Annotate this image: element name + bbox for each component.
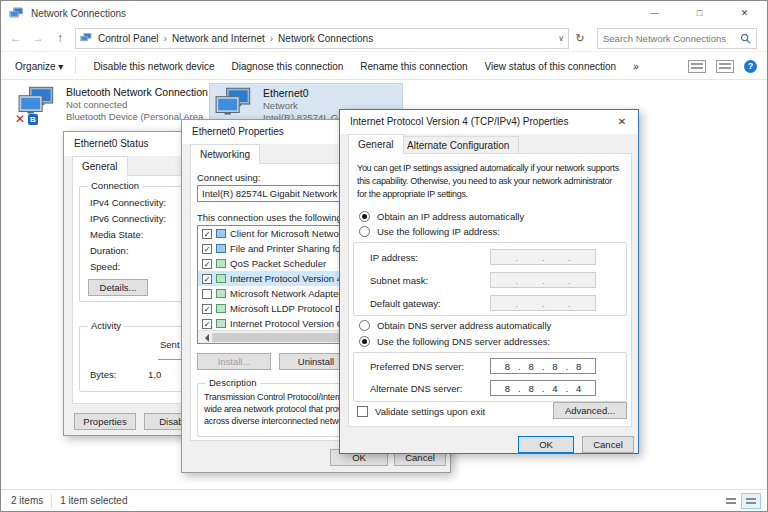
refresh-icon[interactable]: ↻ xyxy=(569,32,591,45)
search-icon[interactable] xyxy=(740,33,751,44)
checkbox[interactable] xyxy=(202,289,212,299)
tab-page: You can get IP settings assigned automat… xyxy=(348,153,632,427)
radio-obtain-ip[interactable] xyxy=(359,211,370,222)
connection-name: Ethernet0 xyxy=(263,87,364,99)
forward-icon[interactable]: → xyxy=(27,31,49,45)
location-icon xyxy=(80,33,93,43)
preferred-dns-label: Preferred DNS server: xyxy=(370,361,464,372)
tab-general[interactable]: General xyxy=(72,156,128,176)
tab-alternate-configuration[interactable]: Alternate Configuration xyxy=(397,136,519,154)
item-icon xyxy=(216,274,226,283)
view-toggle-icon[interactable] xyxy=(688,60,706,73)
up-icon[interactable]: ↑ xyxy=(49,31,71,45)
close-button[interactable]: ✕ xyxy=(722,1,767,25)
connection-status: Not connected xyxy=(66,99,214,111)
dialog-title: Internet Protocol Version 4 (TCP/IPv4) P… xyxy=(340,110,638,134)
connection-name: Bluetooth Network Connection xyxy=(66,86,214,98)
preview-pane-icon[interactable] xyxy=(716,60,734,73)
checkbox[interactable]: ✓ xyxy=(202,319,212,329)
breadcrumb[interactable]: Control Panel › Network and Internet › N… xyxy=(75,28,569,49)
tab-general[interactable]: General xyxy=(348,134,404,154)
subnet-mask-field[interactable]: . . . xyxy=(490,272,596,288)
ok-button[interactable]: OK xyxy=(518,436,574,453)
scroll-left-icon[interactable] xyxy=(198,332,211,343)
command-bar: Organize ▾ Disable this network device D… xyxy=(1,53,767,80)
bytes-sent-value: 1,0 xyxy=(148,369,161,380)
view-status-button[interactable]: View status of this connection xyxy=(485,61,617,72)
intro-line: for the appropriate IP settings. xyxy=(357,188,468,201)
tile-text: Bluetooth Network Connection Not connect… xyxy=(66,86,214,123)
bluetooth-icon: B xyxy=(28,114,38,125)
ip-fields-groupbox: IP address: . . . Subnet mask: . . . Def… xyxy=(353,242,627,316)
ipv4-connectivity-label: IPv4 Connectivity: xyxy=(90,197,166,208)
radio-obtain-ip-label: Obtain an IP address automatically xyxy=(377,211,524,222)
default-gateway-field[interactable]: . . . xyxy=(490,295,596,311)
radio-use-ip[interactable] xyxy=(359,226,370,237)
media-state-label: Media State: xyxy=(90,229,143,240)
connection-bluetooth[interactable]: ✕ B Bluetooth Network Connection Not con… xyxy=(13,83,207,135)
description-line: Transmission Control Protocol/Internet xyxy=(204,391,350,403)
bytes-label: Bytes: xyxy=(90,369,116,380)
icons-view-icon[interactable] xyxy=(741,493,761,509)
bluetooth-adapter-icon: ✕ B xyxy=(17,86,59,122)
cancel-button[interactable]: Cancel xyxy=(582,436,634,453)
search-input[interactable]: Search Network Connections xyxy=(597,28,757,49)
preferred-dns-field[interactable]: 8 . 8 . 8 . 8 xyxy=(490,358,596,374)
item-label: QoS Packet Scheduler xyxy=(230,258,326,269)
disable-device-button[interactable]: Disable this network device xyxy=(93,61,214,72)
toolbar-right-group: ? xyxy=(688,60,757,73)
ethernet-adapter-icon xyxy=(214,87,256,123)
breadcrumb-control-panel[interactable]: Control Panel xyxy=(98,33,159,44)
checkbox[interactable]: ✓ xyxy=(202,244,212,254)
validate-checkbox-label: Validate settings upon exit xyxy=(375,406,485,417)
radio-use-dns[interactable] xyxy=(359,336,370,347)
item-icon xyxy=(216,304,226,313)
advanced-button[interactable]: Advanced... xyxy=(553,402,627,419)
radio-obtain-dns[interactable] xyxy=(359,320,370,331)
disconnected-x-icon: ✕ xyxy=(15,114,25,124)
checkbox[interactable]: ✓ xyxy=(202,259,212,269)
description-line: across diverse interconnected network xyxy=(204,415,350,427)
breadcrumb-network-connections[interactable]: Network Connections xyxy=(278,33,373,44)
network-connections-window: Network Connections — □ ✕ ← → ↑ Control … xyxy=(0,0,768,512)
item-icon xyxy=(216,259,226,268)
selected-count: 1 item selected xyxy=(60,495,127,506)
checkbox[interactable]: ✓ xyxy=(202,304,212,314)
help-icon[interactable]: ? xyxy=(744,60,757,73)
diagnose-connection-button[interactable]: Diagnose this connection xyxy=(232,61,344,72)
properties-button[interactable]: Properties xyxy=(74,413,136,430)
description-line: wide area network protocol that provid xyxy=(204,403,348,415)
install-button[interactable]: Install... xyxy=(197,353,271,370)
details-button[interactable]: Details... xyxy=(88,279,148,296)
rename-connection-button[interactable]: Rename this connection xyxy=(360,61,467,72)
groupbox-label: Activity xyxy=(88,320,124,331)
checkbox[interactable]: ✓ xyxy=(202,229,212,239)
validate-checkbox[interactable] xyxy=(357,406,368,417)
close-icon[interactable]: ✕ xyxy=(606,110,638,134)
item-icon xyxy=(216,319,226,328)
scrollbar-thumb[interactable] xyxy=(212,333,352,342)
checkbox[interactable]: ✓ xyxy=(202,274,212,284)
item-label: Client for Microsoft Networks xyxy=(230,228,351,239)
back-icon[interactable]: ← xyxy=(5,31,27,45)
address-dropdown-icon[interactable]: ∨ xyxy=(558,34,564,43)
details-view-icon[interactable] xyxy=(721,493,741,509)
alternate-dns-field[interactable]: 8 . 8 . 4 . 4 xyxy=(490,380,596,396)
breadcrumb-network-and-internet[interactable]: Network and Internet xyxy=(172,33,265,44)
toolbar-overflow-icon[interactable]: » xyxy=(633,61,639,72)
dns-fields-groupbox: Preferred DNS server: 8 . 8 . 8 . 8 Alte… xyxy=(353,352,627,402)
intro-line: this capability. Otherwise, you need to … xyxy=(357,175,612,188)
minimize-button[interactable]: — xyxy=(632,1,677,25)
radio-obtain-dns-label: Obtain DNS server address automatically xyxy=(377,320,551,331)
item-icon xyxy=(216,289,226,298)
maximize-button[interactable]: □ xyxy=(677,1,722,25)
statusbar-view-toggles xyxy=(721,493,761,509)
intro-line: You can get IP settings assigned automat… xyxy=(357,162,619,175)
tab-networking[interactable]: Networking xyxy=(190,144,260,164)
app-icon xyxy=(9,7,25,20)
subnet-mask-label: Subnet mask: xyxy=(370,275,428,286)
organize-button[interactable]: Organize ▾ xyxy=(15,61,63,72)
sent-label: Sent xyxy=(160,339,180,350)
ip-address-field[interactable]: . . . xyxy=(490,249,596,265)
address-bar: ← → ↑ Control Panel › Network and Intern… xyxy=(1,25,767,52)
